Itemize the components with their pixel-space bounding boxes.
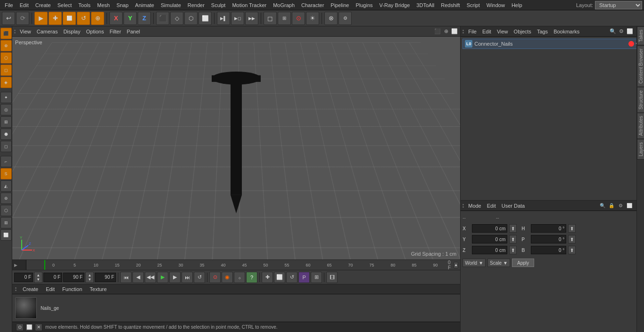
P-button[interactable]: P <box>298 272 310 283</box>
auto-key-button[interactable]: ◉ <box>222 272 233 283</box>
attr-icon-lock[interactable]: 🔒 <box>608 202 615 210</box>
edges-mode-button[interactable]: ⬡ <box>184 12 198 25</box>
obj-icon-expand[interactable]: ⬜ <box>626 28 634 35</box>
obj-menu-bookmarks[interactable]: Bookmarks <box>551 28 582 35</box>
timeline-numbers[interactable]: 0 5 10 15 20 25 30 35 40 45 50 55 60 65 … <box>26 260 446 270</box>
object-mode-button[interactable]: ⬛ <box>156 12 169 25</box>
attr-p-val[interactable] <box>531 235 566 243</box>
poly-mode-button[interactable]: ⬜ <box>198 12 212 25</box>
menu-file[interactable]: File <box>2 1 16 9</box>
step-forward-button[interactable]: ▶ <box>169 272 181 283</box>
attr-b-val[interactable] <box>531 246 566 254</box>
transform-button[interactable]: ⊕ <box>91 12 104 25</box>
move-key-button[interactable]: ✚ <box>262 272 273 283</box>
record-active-button[interactable]: ⊙ <box>209 272 221 283</box>
menu-create[interactable]: Create <box>33 1 54 9</box>
menu-script[interactable]: Script <box>464 1 483 9</box>
sidebar-mode-4[interactable]: ◻ <box>0 65 12 76</box>
scale-key-button[interactable]: ↺ <box>286 272 297 283</box>
obj-menu-view[interactable]: View <box>495 28 511 35</box>
go-end-button[interactable]: ⏭ <box>182 272 193 283</box>
sidebar-tool-5[interactable]: ◻ <box>0 141 12 152</box>
attr-h-btn[interactable]: ⬆ <box>568 224 576 233</box>
material-menu-texture[interactable]: Texture <box>87 286 109 292</box>
select-key-button[interactable]: ⬜ <box>274 272 285 283</box>
loop-button[interactable]: ↺ <box>194 272 205 283</box>
attr-y-pos[interactable] <box>472 235 507 243</box>
object-color[interactable] <box>628 41 634 47</box>
menu-character[interactable]: Character <box>298 1 327 9</box>
record-button[interactable]: ⊙ <box>292 12 305 25</box>
x-axis-button[interactable]: X <box>109 12 123 25</box>
select-mode-button[interactable]: ▶ <box>34 12 48 25</box>
menu-help[interactable]: Help <box>509 1 525 9</box>
play-back-button[interactable]: ◀◀ <box>145 272 156 283</box>
step-back-button[interactable]: ◀ <box>132 272 144 283</box>
menu-window[interactable]: Window <box>484 1 508 9</box>
menu-simulate[interactable]: Simulate <box>158 1 184 9</box>
menu-pipeline[interactable]: Pipeline <box>328 1 352 9</box>
material-thumbnail[interactable] <box>15 297 37 319</box>
sidebar-tool-9[interactable]: ⊚ <box>0 193 12 204</box>
timeline-playhead[interactable] <box>44 260 45 270</box>
sidebar-mode-5[interactable]: ◈ <box>0 77 12 88</box>
menu-sculpt[interactable]: Sculpt <box>208 1 229 9</box>
world-dropdown[interactable]: World ▼ <box>462 259 486 267</box>
frame-start-up[interactable]: ▲▼ <box>34 272 42 283</box>
attr-b-btn[interactable]: ⬆ <box>568 246 576 254</box>
attr-x-pos-btn[interactable]: ⬆ <box>509 224 517 233</box>
redo-button[interactable]: ⟳ <box>16 12 29 25</box>
material-menu-edit[interactable]: Edit <box>43 286 57 292</box>
tab-takes[interactable]: Takes <box>637 26 644 45</box>
render-queue-button[interactable]: ▶▶ <box>245 12 258 25</box>
light-button[interactable]: ☀ <box>306 12 319 25</box>
vp-menu-cameras[interactable]: Cameras <box>34 28 60 35</box>
status-icon-2[interactable]: ⬜ <box>25 324 33 331</box>
attr-menu-mode[interactable]: Mode <box>466 202 484 209</box>
material-menu-function[interactable]: Function <box>60 286 84 292</box>
menu-redshift[interactable]: Redshift <box>438 1 462 9</box>
sidebar-tool-2[interactable]: ◎ <box>0 104 12 115</box>
film-button[interactable]: 🎞 <box>326 272 338 283</box>
y-axis-button[interactable]: Y <box>124 12 137 25</box>
tab-layers[interactable]: Layers <box>637 139 644 160</box>
help-button[interactable]: ? <box>246 272 257 283</box>
menu-snap[interactable]: Snap <box>114 1 132 9</box>
sidebar-mode-2[interactable]: ⊕ <box>0 40 12 51</box>
attr-icon-search[interactable]: 🔍 <box>599 202 606 210</box>
attr-menu-userdata[interactable]: User Data <box>499 202 528 209</box>
snap-settings-button[interactable]: ⚙ <box>339 12 352 25</box>
obj-icon-settings[interactable]: ⚙ <box>618 28 625 35</box>
apply-button[interactable]: Apply <box>512 259 534 267</box>
grid-key-button[interactable]: ⊞ <box>311 272 322 283</box>
sidebar-tool-1[interactable]: ✦ <box>0 92 12 103</box>
menu-mograph[interactable]: MoGraph <box>270 1 297 9</box>
z-axis-button[interactable]: Z <box>138 12 151 25</box>
sidebar-mode-1[interactable]: ⬛ <box>0 28 12 39</box>
menu-select[interactable]: Select <box>55 1 75 9</box>
grid-button[interactable]: ⊞ <box>278 12 291 25</box>
vp-menu-options[interactable]: Options <box>83 28 106 35</box>
attr-z-pos-btn[interactable]: ⬆ <box>509 246 517 254</box>
scale-dropdown[interactable]: Scale ▼ <box>487 259 510 267</box>
frame-end-up[interactable]: ▲▼ <box>85 272 94 283</box>
sidebar-tool-12[interactable]: ⬜ <box>0 229 12 241</box>
menu-vray[interactable]: V-Ray Bridge <box>377 1 413 9</box>
sidebar-tool-8[interactable]: ◭ <box>0 180 12 192</box>
play-button[interactable]: ▶ <box>157 272 168 283</box>
sidebar-tool-3[interactable]: ⊞ <box>0 116 12 128</box>
attr-z-pos[interactable] <box>472 246 507 254</box>
frame-end-field-1[interactable] <box>43 273 62 282</box>
snap-button[interactable]: ⊗ <box>324 12 338 25</box>
obj-menu-tags[interactable]: Tags <box>535 28 550 35</box>
attr-h-val[interactable] <box>531 224 566 233</box>
sidebar-mode-3[interactable]: ⬡ <box>0 52 12 64</box>
attr-y-pos-btn[interactable]: ⬆ <box>509 235 517 243</box>
tab-content-browser[interactable]: Content Browser <box>637 45 644 87</box>
obj-icon-search[interactable]: 🔍 <box>609 28 617 35</box>
key-button[interactable]: ⬦ <box>234 272 245 283</box>
menu-3dtoall[interactable]: 3DToAll <box>413 1 437 9</box>
sidebar-tool-7[interactable]: S <box>0 168 12 179</box>
sidebar-tool-4[interactable]: ⬣ <box>0 129 12 140</box>
render-region-button[interactable]: ▶◻ <box>231 12 244 25</box>
